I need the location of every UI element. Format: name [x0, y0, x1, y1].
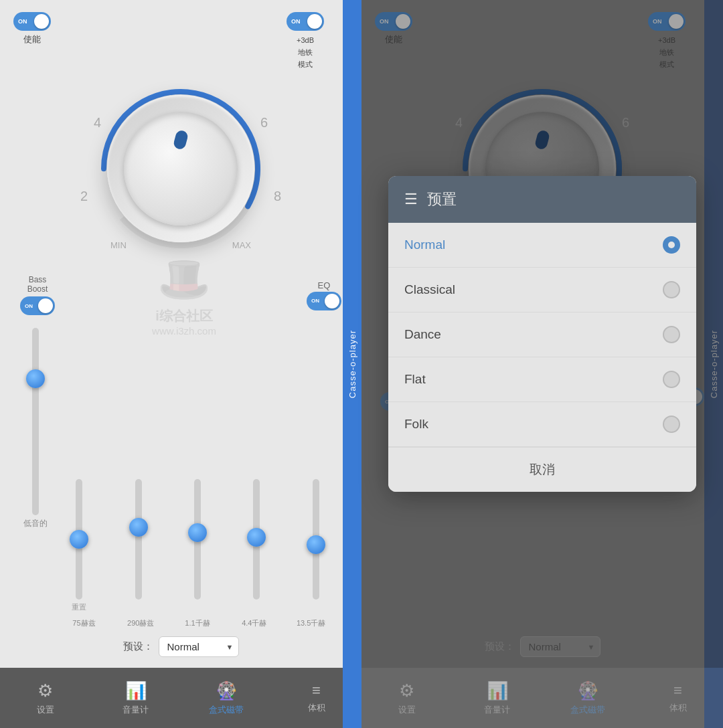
radio-folk [663, 416, 680, 433]
eq-track-1 [76, 479, 82, 600]
freq-labels: 75赫兹 290赫兹 1.1千赫 4.4千赫 13.5千赫 [52, 618, 343, 628]
eq-track-4 [253, 479, 260, 600]
bass-thumb[interactable] [26, 369, 45, 388]
right-settings-icon: ⚙ [399, 680, 414, 701]
volume-icon: ≡ [312, 682, 321, 699]
dialog-item-flat-label: Flat [404, 372, 426, 387]
radio-dance [663, 326, 680, 343]
right-volume-icon: ≡ [673, 682, 682, 699]
dialog-overlay[interactable]: ☰ 预置 Normal Classical Dance [362, 0, 723, 668]
dialog-item-normal-label: Normal [404, 238, 445, 252]
bass-toggle-knob [38, 298, 53, 313]
eq-track-2 [135, 479, 142, 600]
eq-toggle[interactable]: ON [307, 292, 341, 310]
eq-thumb-3[interactable] [188, 523, 207, 542]
nav-settings-label: 设置 [37, 704, 54, 716]
db-toggle[interactable]: ON [287, 12, 324, 31]
left-vertical-tab[interactable]: Casse-o-player [343, 0, 362, 728]
dialog-item-classical[interactable]: Classical [388, 268, 696, 312]
bottom-nav: ⚙ 设置 📊 音量计 🎡 盒式磁带 ≡ 体积 [0, 668, 362, 728]
knob-indicator-dot [173, 129, 189, 151]
freq-2: 290赫兹 [112, 618, 169, 628]
db-label: +3dB地铁模式 [297, 36, 314, 68]
watermark: 🎩 i综合社区 www.i3zh.com [152, 254, 216, 337]
preset-select-wrapper: Normal Classical Dance Flat Folk [159, 636, 239, 657]
dialog-item-dance[interactable]: Dance [388, 312, 696, 357]
knob-outer[interactable] [107, 95, 254, 242]
dialog-cancel-label: 取消 [530, 462, 555, 476]
sliders-area: 低音的 重置 [13, 328, 348, 628]
right-nav-settings-label: 设置 [398, 704, 416, 716]
dialog-header: ☰ 预置 [388, 176, 696, 223]
bass-boost-toggle[interactable]: ON [20, 296, 55, 315]
freq-1: 75赫兹 [56, 618, 112, 628]
bass-label-bottom: 低音的 [23, 518, 48, 529]
eq-cols-row: 重置 [52, 328, 343, 616]
right-nav-volume-size-label: 体积 [669, 702, 687, 714]
eq-col-1: 重置 [52, 479, 106, 613]
eq-group: EQ ON [307, 280, 341, 310]
eq-track-3 [194, 479, 201, 600]
dialog-item-folk[interactable]: Folk [388, 402, 696, 447]
dialog-item-dance-label: Dance [404, 327, 441, 342]
bass-section: 低音的 [19, 328, 52, 628]
cassette-icon: 🎡 [216, 680, 237, 701]
eq-col-5 [289, 479, 343, 613]
freq-5: 13.5千赫 [283, 618, 339, 628]
right-bottom-nav: ⚙ 设置 📊 音量计 🎡 盒式磁带 ≡ 体积 [362, 668, 723, 728]
eq-thumb-2[interactable] [129, 518, 148, 537]
eq-track-5 [313, 479, 319, 600]
nav-volume-size-label: 体积 [308, 702, 325, 714]
radio-normal [663, 236, 680, 254]
dialog-item-folk-label: Folk [404, 417, 428, 432]
scale-2: 2 [80, 189, 88, 204]
dialog-list: Normal Classical Dance Flat [388, 223, 696, 492]
dialog-menu-icon: ☰ [404, 191, 418, 208]
nav-settings[interactable]: ⚙ 设置 [0, 668, 90, 728]
reset-label: 重置 [72, 602, 86, 612]
preset-row: 预设： Normal Classical Dance Flat Folk [13, 628, 348, 668]
dialog-cancel-button[interactable]: 取消 [388, 447, 696, 492]
right-panel-content: ON 使能 ON +3dB地铁模式 4 6 2 8 [362, 0, 723, 668]
knob-inner [124, 112, 238, 225]
left-panel: ON 使能 ON +3dB地铁模式 4 6 2 8 MIN M [0, 0, 362, 728]
eq-col-2 [111, 479, 165, 613]
bass-boost-group: BassBoost ON [20, 275, 55, 316]
enable-toggle-group: ON 使能 [13, 12, 51, 46]
preset-select[interactable]: Normal Classical Dance Flat Folk [159, 636, 239, 657]
top-controls-row: ON 使能 ON +3dB地铁模式 [13, 12, 348, 70]
settings-icon: ⚙ [37, 680, 53, 701]
right-nav-cassette-label: 盒式磁带 [570, 704, 605, 716]
dialog-item-flat[interactable]: Flat [388, 357, 696, 402]
watermark-text: i综合社区 [152, 307, 216, 325]
preset-label: 预设： [123, 640, 153, 653]
eq-col-3 [171, 479, 224, 613]
nav-volume-meter[interactable]: 📊 音量计 [90, 668, 181, 728]
eq-col-4 [230, 479, 283, 613]
toggle-knob [34, 14, 49, 29]
nav-cassette[interactable]: 🎡 盒式磁带 [181, 668, 271, 728]
eq-section: 重置 [52, 328, 343, 628]
dialog-item-normal[interactable]: Normal [388, 223, 696, 268]
nav-cassette-label: 盒式磁带 [209, 704, 244, 716]
preset-dialog: ☰ 预置 Normal Classical Dance [388, 176, 696, 492]
left-panel-content: ON 使能 ON +3dB地铁模式 4 6 2 8 MIN M [0, 0, 362, 668]
nav-volume-label: 音量计 [123, 704, 149, 716]
vertical-tab-text: Casse-o-player [347, 330, 357, 398]
bass-boost-label: BassBoost [27, 275, 48, 294]
enable-toggle[interactable]: ON [13, 12, 51, 31]
right-cassette-icon: 🎡 [577, 680, 598, 701]
eq-thumb-1[interactable] [70, 530, 88, 549]
right-panel: ON 使能 ON +3dB地铁模式 4 6 2 8 [362, 0, 723, 728]
eq-thumb-4[interactable] [247, 528, 266, 547]
bass-toggle-label: ON [25, 303, 33, 309]
radio-flat [663, 371, 680, 388]
radio-classical [663, 281, 680, 298]
toggle-on-label: ON [18, 18, 27, 25]
volume-meter-icon: 📊 [125, 680, 147, 701]
right-nav-volume-meter: 📊 音量计 [452, 668, 542, 728]
bass-track [32, 328, 39, 515]
freq-3: 1.1千赫 [169, 618, 226, 628]
eq-thumb-5[interactable] [307, 535, 325, 554]
eq-label: EQ [318, 280, 331, 290]
